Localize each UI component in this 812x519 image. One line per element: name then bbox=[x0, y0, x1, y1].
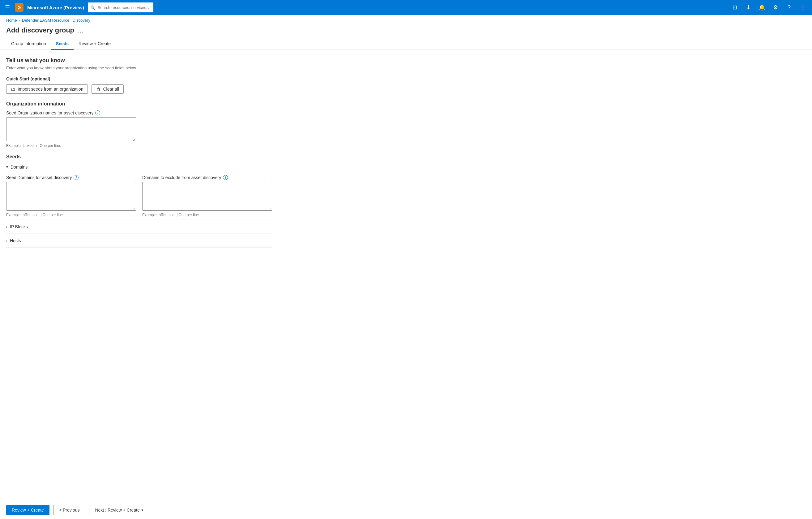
topbar-icons: ⊡ ⬇ 🔔 ⚙ ? 👤 bbox=[729, 2, 808, 13]
org-names-label: Seed Organization names for asset discov… bbox=[6, 110, 272, 115]
app-logo: ⚙ bbox=[15, 3, 24, 12]
exclude-domains-label: Domains to exclude from asset discovery … bbox=[142, 175, 272, 180]
main-content: Tell us what you know Enter what you kno… bbox=[0, 50, 278, 258]
search-wrapper bbox=[88, 2, 304, 12]
seed-domains-textarea[interactable] bbox=[6, 182, 136, 211]
settings-icon[interactable]: ⚙ bbox=[770, 2, 781, 13]
hosts-label: Hosts bbox=[10, 238, 21, 243]
section-title: Tell us what you know bbox=[6, 57, 272, 64]
hamburger-icon[interactable]: ☰ bbox=[4, 3, 11, 12]
hosts-header[interactable]: › Hosts bbox=[6, 236, 272, 245]
tab-group-information[interactable]: Group Information bbox=[6, 38, 51, 50]
page-title: Add discovery group bbox=[6, 26, 74, 34]
breadcrumb-resource[interactable]: Defender EASM Resource | Discovery bbox=[22, 18, 90, 23]
seeds-title: Seeds bbox=[6, 154, 272, 160]
org-names-info-icon[interactable]: i bbox=[95, 110, 100, 115]
breadcrumb-sep-1: › bbox=[19, 18, 20, 23]
app-title: Microsoft Azure (Preview) bbox=[27, 5, 84, 10]
search-input[interactable] bbox=[88, 2, 153, 12]
import-icon: 🗂 bbox=[11, 87, 15, 91]
breadcrumb-home[interactable]: Home bbox=[6, 18, 17, 23]
seed-domains-label: Seed Domains for asset discovery i bbox=[6, 175, 136, 180]
notifications-icon[interactable]: 🔔 bbox=[756, 2, 767, 13]
tab-review-create[interactable]: Review + Create bbox=[74, 38, 116, 50]
org-names-hint: Example: LinkedIn | One per line. bbox=[6, 144, 272, 148]
domains-chevron-icon: ▾ bbox=[6, 165, 8, 169]
breadcrumb: Home › Defender EASM Resource | Discover… bbox=[0, 15, 812, 24]
quick-start-label: Quick Start (optional) bbox=[6, 77, 272, 81]
logo-icon: ⚙ bbox=[17, 5, 21, 10]
import-seeds-label: Import seeds from an organization bbox=[18, 87, 83, 91]
page-body: Home › Defender EASM Resource | Discover… bbox=[0, 15, 812, 279]
trash-icon: 🗑 bbox=[96, 87, 100, 91]
hosts-section: › Hosts bbox=[6, 236, 272, 248]
clear-all-label: Clear all bbox=[103, 87, 119, 91]
org-info-title: Organization information bbox=[6, 101, 272, 107]
tabs-bar: Group Information Seeds Review + Create bbox=[0, 38, 812, 50]
exclude-domains-textarea[interactable] bbox=[142, 182, 272, 211]
hosts-chevron-icon: › bbox=[6, 238, 7, 243]
org-names-textarea[interactable] bbox=[6, 117, 136, 141]
domains-header[interactable]: ▾ Domains bbox=[6, 163, 272, 171]
seed-domains-info-icon[interactable]: i bbox=[74, 175, 79, 180]
cloud-shell-icon[interactable]: ⊡ bbox=[729, 2, 740, 13]
domains-label: Domains bbox=[10, 165, 28, 170]
topbar: ☰ ⚙ Microsoft Azure (Preview) ⊡ ⬇ 🔔 ⚙ ? … bbox=[0, 0, 812, 15]
domains-fields: Seed Domains for asset discovery i Examp… bbox=[6, 175, 272, 217]
seed-domains-hint: Example: office.com | One per line. bbox=[6, 213, 136, 217]
ip-blocks-section: › IP Blocks bbox=[6, 222, 272, 234]
ip-blocks-chevron-icon: › bbox=[6, 225, 7, 229]
ip-blocks-header[interactable]: › IP Blocks bbox=[6, 222, 272, 231]
quick-start-buttons: 🗂 Import seeds from an organization 🗑 Cl… bbox=[6, 84, 272, 94]
page-menu-icon[interactable]: ... bbox=[78, 27, 83, 34]
domains-section: ▾ Domains Seed Domains for asset discove… bbox=[6, 163, 272, 220]
tab-seeds[interactable]: Seeds bbox=[51, 38, 74, 50]
page-header: Add discovery group ... bbox=[0, 24, 812, 38]
ip-blocks-label: IP Blocks bbox=[10, 224, 28, 229]
section-subtitle: Enter what you know about your organizat… bbox=[6, 65, 272, 70]
exclude-domains-field: Domains to exclude from asset discovery … bbox=[142, 175, 272, 217]
breadcrumb-sep-2: › bbox=[92, 18, 93, 23]
exclude-domains-info-icon[interactable]: i bbox=[223, 175, 228, 180]
import-seeds-button[interactable]: 🗂 Import seeds from an organization bbox=[6, 84, 88, 94]
clear-all-button[interactable]: 🗑 Clear all bbox=[91, 84, 123, 94]
feedback-icon[interactable]: ⬇ bbox=[743, 2, 754, 13]
org-names-field: Seed Organization names for asset discov… bbox=[6, 110, 272, 148]
account-icon[interactable]: 👤 bbox=[797, 2, 808, 13]
exclude-domains-hint: Example: office.com | One per line. bbox=[142, 213, 272, 217]
help-icon[interactable]: ? bbox=[784, 2, 795, 13]
seed-domains-field: Seed Domains for asset discovery i Examp… bbox=[6, 175, 136, 217]
